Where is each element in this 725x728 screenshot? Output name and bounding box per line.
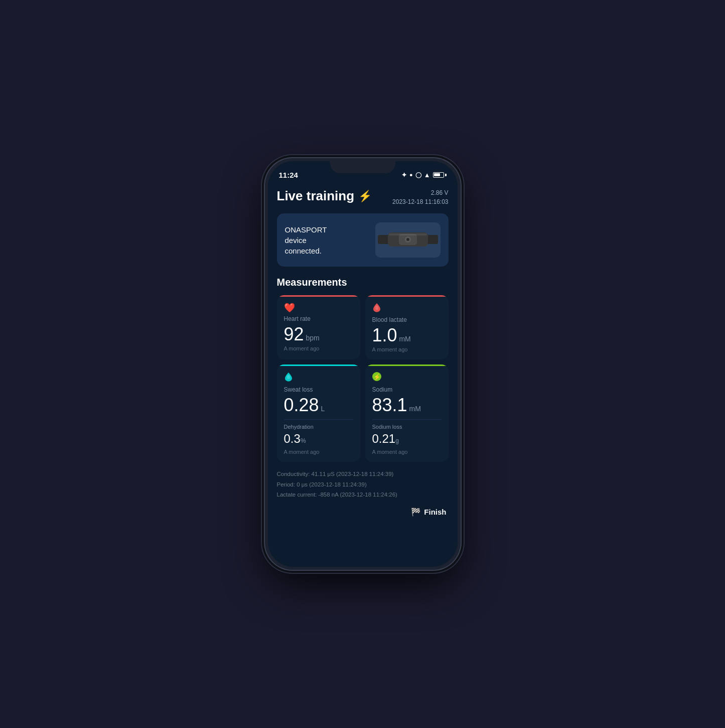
sweat-drop-icon bbox=[284, 372, 353, 384]
dehydration-value: 0.3% bbox=[284, 432, 353, 446]
header-meta: 2.86 V 2023-12-18 11:16:03 bbox=[392, 188, 448, 206]
battery-icon bbox=[433, 172, 447, 178]
signal-icon: ◯ bbox=[415, 172, 421, 178]
blood-lactate-value: 1.0 mM bbox=[372, 326, 442, 344]
title-text: Live training bbox=[277, 188, 355, 204]
heart-rate-label: Heart rate bbox=[284, 315, 353, 322]
sodium-loss-value: 0.21g bbox=[372, 432, 442, 446]
measurements-grid: ❤️ Heart rate 92 bpm A moment ago bbox=[277, 295, 449, 462]
dehydration-label: Dehydration bbox=[284, 424, 353, 430]
sodium-card: ⚡ Sodium 83.1 mM Sodium loss 0.21g bbox=[365, 365, 449, 462]
measurements-title: Measurements bbox=[277, 277, 449, 288]
svg-text:⚡: ⚡ bbox=[373, 373, 380, 381]
measurements-section: Measurements ❤️ Heart rate 92 bpm A mome… bbox=[277, 277, 449, 462]
device-card: ONASPORT device connected. bbox=[277, 213, 449, 267]
sweat-loss-card: Sweat loss 0.28 L Dehydration 0.3% A mom… bbox=[277, 365, 360, 462]
voltage-display: 2.86 V bbox=[392, 188, 448, 197]
heart-rate-card: ❤️ Heart rate 92 bpm A moment ago bbox=[277, 295, 360, 359]
heart-icon: ❤️ bbox=[284, 302, 353, 313]
status-log: Conductivity: 41.11 μS (2023-12-18 11:24… bbox=[277, 469, 449, 500]
phone-frame: 11:24 ✦ ● ◯ ▲ bbox=[265, 158, 461, 570]
device-image bbox=[375, 222, 441, 258]
datetime-display: 2023-12-18 11:16:03 bbox=[392, 197, 448, 206]
page-header: Live training ⚡ 2.86 V 2023-12-18 11:16:… bbox=[277, 183, 449, 213]
sodium-bolt-icon: ⚡ bbox=[372, 372, 442, 384]
status-icons: ✦ ● ◯ ▲ bbox=[401, 171, 447, 179]
device-status-text: ONASPORT device connected. bbox=[285, 224, 327, 256]
sweat-loss-time: A moment ago bbox=[284, 449, 353, 455]
sodium-label: Sodium bbox=[372, 386, 442, 393]
sodium-loss-sub: Sodium loss 0.21g bbox=[372, 419, 442, 446]
blood-lactate-card: Blood lactate 1.0 mM A moment ago bbox=[365, 295, 449, 359]
sodium-time: A moment ago bbox=[372, 449, 442, 455]
blood-lactate-label: Blood lactate bbox=[372, 316, 442, 323]
sweat-loss-value: 0.28 L bbox=[284, 396, 353, 414]
svg-point-7 bbox=[375, 306, 378, 310]
phone-screen: 11:24 ✦ ● ◯ ▲ bbox=[268, 161, 458, 567]
finish-row: 🏁 Finish bbox=[277, 507, 449, 517]
sodium-loss-label: Sodium loss bbox=[372, 424, 442, 430]
svg-point-5 bbox=[406, 238, 409, 241]
heart-rate-time: A moment ago bbox=[284, 345, 353, 351]
lightning-icon: ⚡ bbox=[358, 190, 372, 203]
finish-flag-icon: 🏁 bbox=[411, 507, 421, 517]
svg-point-8 bbox=[287, 375, 290, 379]
heart-rate-value: 92 bpm bbox=[284, 325, 353, 343]
svg-rect-6 bbox=[389, 233, 427, 235]
dehydration-sub: Dehydration 0.3% bbox=[284, 419, 353, 446]
blood-lactate-time: A moment ago bbox=[372, 346, 442, 352]
location-icon: ● bbox=[409, 172, 413, 178]
page-title: Live training ⚡ bbox=[277, 188, 372, 204]
status-time: 11:24 bbox=[279, 171, 298, 179]
finish-label: Finish bbox=[424, 508, 446, 516]
bluetooth-icon: ✦ bbox=[401, 171, 407, 179]
log-line-1: Conductivity: 41.11 μS (2023-12-18 11:24… bbox=[277, 469, 449, 479]
notch bbox=[330, 158, 395, 173]
blood-drop-icon bbox=[372, 302, 442, 314]
sodium-value: 83.1 mM bbox=[372, 396, 442, 414]
wifi-icon: ▲ bbox=[424, 171, 430, 179]
finish-button[interactable]: 🏁 Finish bbox=[411, 507, 446, 517]
log-line-3: Lactate current: -858 nA (2023-12-18 11:… bbox=[277, 490, 449, 500]
sweat-loss-label: Sweat loss bbox=[284, 386, 353, 393]
log-line-2: Period: 0 μs (2023-12-18 11:24:39) bbox=[277, 479, 449, 490]
chest-strap-svg bbox=[378, 225, 438, 255]
scroll-content[interactable]: Live training ⚡ 2.86 V 2023-12-18 11:16:… bbox=[268, 183, 458, 567]
